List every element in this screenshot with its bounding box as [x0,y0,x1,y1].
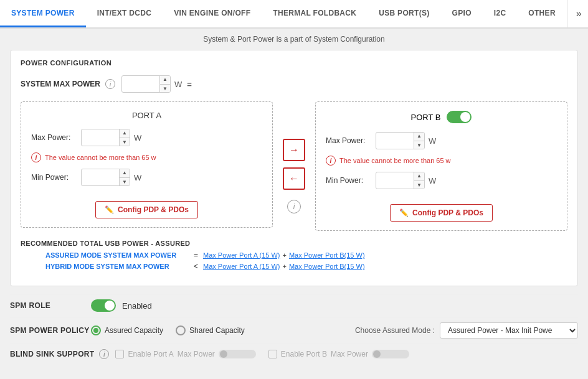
port-b-max-power-up[interactable]: ▲ [414,132,424,141]
tab-usb-ports[interactable]: USB PORT(S) [368,0,440,27]
port-b-min-power-field[interactable]: 15.00 [376,176,414,185]
port-b-min-power-input[interactable]: 15.00 ▲ ▼ [376,172,425,189]
spm-role-toggle[interactable] [91,299,116,312]
recommended-title: RECOMMENDED TOTAL USB POWER - ASSURED [21,240,567,247]
system-max-power-up[interactable]: ▲ [160,75,170,85]
spm-policy-row: SPM POWER POLICY Assured Capacity Shared… [10,317,578,344]
port-a-min-power-row: Min Power: 15.00 ▲ ▼ W [31,169,262,186]
port-a-max-power-down[interactable]: ▼ [120,138,130,147]
port-a-min-power-input[interactable]: 15.00 ▲ ▼ [81,169,130,186]
tab-int-ext-dcdc[interactable]: INT/EXT DCDC [86,0,163,27]
port-b-config-btn[interactable]: ✏️ Config PDP & PDOs [390,204,493,222]
port-b-min-power-up[interactable]: ▲ [414,172,424,181]
port-a-max-power-row: Max Power: 15.00 ▲ ▼ W [31,129,262,146]
spm-role-label: SPM ROLE [10,301,91,310]
main-content: System & Port Power is a part of System … [0,29,588,370]
system-max-power-down[interactable]: ▼ [160,85,170,93]
port-a-max-power-unit: W [134,133,141,143]
port-b-max-power-field[interactable]: 15.00 [376,136,414,146]
port-a-min-power-field[interactable]: 15.00 [82,173,119,182]
tab-thermal-foldback[interactable]: THERMAL FOLDBACK [262,0,368,27]
port-b-panel: PORT B Max Power: 15.00 ▲ ▼ W [315,101,567,231]
system-max-power-input[interactable]: 30.00 ▲ ▼ [121,75,171,93]
port-a-max-power-up[interactable]: ▲ [120,129,130,138]
system-max-equals: = [187,80,192,89]
port-b-toggle[interactable] [447,111,472,123]
assured-mode-operator: = [194,251,198,260]
radio-shared-capacity[interactable]: Shared Capacity [176,325,245,335]
port-b-min-power-arrows: ▲ ▼ [414,172,424,189]
assured-mode-plus: + [283,251,287,259]
blind-sink-port-a-field: Max Power [178,350,215,358]
transfer-info-icon[interactable]: i [287,200,301,213]
hybrid-mode-label: HYBRID MODE SYSTEM MAX POWER [45,263,189,270]
system-max-power-label: SYSTEM MAX POWER [21,80,100,88]
pencil-icon-b: ✏️ [399,208,409,217]
port-a-title: PORT A [31,111,262,120]
top-nav: SYSTEM POWER INT/EXT DCDC VIN ENGINE ON/… [0,0,588,29]
blind-sink-row: BLIND SINK SUPPORT i Enable Port A Max P… [10,344,578,364]
blind-sink-port-a-knob [220,350,227,358]
blind-sink-port-a-slider [219,350,256,358]
port-b-max-power-label: Max Power: [326,136,376,145]
port-a-config-label: Config PDP & PDOs [118,205,189,214]
radio-assured-outer [91,325,101,335]
tab-system-power[interactable]: SYSTEM POWER [0,0,86,27]
port-b-title: PORT B [411,113,441,122]
blind-sink-port-b-knob [373,350,381,358]
port-b-max-power-unit: W [429,136,436,146]
assured-mode-label: ASSURED MODE SYSTEM MAX POWER [45,251,189,259]
system-max-power-field[interactable]: 30.00 [122,80,159,89]
arrow-left-btn[interactable]: ← [283,167,305,190]
system-max-power-row: SYSTEM MAX POWER i 30.00 ▲ ▼ W = [21,75,567,93]
tab-vin-engine[interactable]: VIN ENGINE ON/OFF [163,0,262,27]
tab-i2c[interactable]: I2C [483,0,518,27]
blind-sink-port-b-slider [372,350,409,358]
assured-mode-select[interactable]: Assured Power - Max Init Powe [440,322,578,339]
radio-shared-label: Shared Capacity [189,326,245,335]
port-b-error-text: The value cannot be more than 65 w [339,157,451,164]
system-max-power-info-icon[interactable]: i [105,79,115,89]
port-b-min-power-label: Min Power: [326,176,376,185]
port-b-toggle-knob [460,112,470,122]
port-a-max-power-label: Max Power: [31,133,81,142]
port-b-max-power-input[interactable]: 15.00 ▲ ▼ [376,132,425,149]
arrow-right-btn[interactable]: → [283,139,305,161]
spm-policy-radio-group: Assured Capacity Shared Capacity [91,325,245,335]
port-a-min-power-unit: W [134,173,141,182]
subtitle-text: System & Port Power is a part of System … [10,35,578,44]
tab-other[interactable]: OTHER [517,0,567,27]
blind-sink-info-icon[interactable]: i [99,349,109,359]
assured-mode-link1[interactable]: Max Power Port A (15 W) [203,251,280,259]
more-tabs-button[interactable]: » [567,0,588,27]
port-b-max-power-down[interactable]: ▼ [414,141,424,150]
blind-sink-label: BLIND SINK SUPPORT i [10,349,115,359]
hybrid-mode-link1[interactable]: Max Power Port A (15 W) [203,263,280,270]
recommended-row-1: HYBRID MODE SYSTEM MAX POWER < Max Power… [21,262,567,271]
port-a-max-power-input[interactable]: 15.00 ▲ ▼ [81,129,130,146]
port-a-panel: PORT A Max Power: 15.00 ▲ ▼ W i [21,101,273,228]
port-b-min-power-unit: W [429,176,436,185]
port-a-min-power-down[interactable]: ▼ [120,178,130,187]
blind-sink-port-b: Enable Port B Max Power [268,350,409,358]
blind-sink-port-a: Enable Port A Max Power [115,350,255,358]
blind-sink-port-b-checkbox [268,350,277,358]
port-b-header-row: PORT B [326,111,557,123]
port-b-error-row: i The value cannot be more than 65 w [326,156,557,166]
power-config-title: POWER CONFIGURATION [21,59,567,67]
port-a-max-power-field[interactable]: 15.00 [82,133,119,143]
spm-role-row: SPM ROLE Enabled [10,294,578,317]
hybrid-mode-link2[interactable]: Max Power Port B(15 W) [289,263,365,270]
radio-assured-capacity[interactable]: Assured Capacity [91,325,163,335]
hybrid-mode-plus: + [283,263,287,270]
port-a-min-power-up[interactable]: ▲ [120,169,130,178]
radio-shared-outer [176,325,186,335]
assured-mode-link2[interactable]: Max Power Port B(15 W) [289,251,365,259]
port-b-error-icon: i [326,156,336,166]
tab-gpio[interactable]: GPIO [441,0,483,27]
port-b-min-power-row: Min Power: 15.00 ▲ ▼ W [326,172,557,189]
recommended-section: RECOMMENDED TOTAL USB POWER - ASSURED AS… [21,240,567,271]
port-a-config-btn[interactable]: ✏️ Config PDP & PDOs [95,201,198,218]
port-b-min-power-down[interactable]: ▼ [414,181,424,190]
blind-sink-port-a-label: Enable Port A [128,350,173,358]
